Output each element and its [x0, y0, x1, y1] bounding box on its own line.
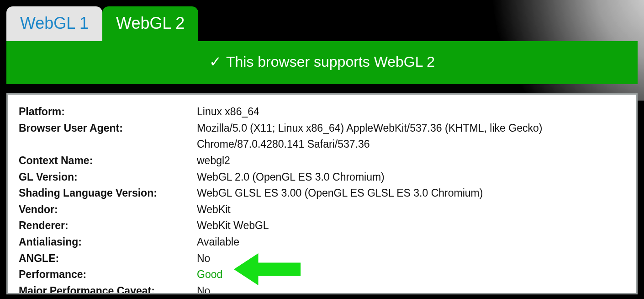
page-container: WebGL 1 WebGL 2 ✓This browser supports W…	[0, 0, 644, 294]
value-platform: Linux x86_64	[197, 104, 625, 120]
label-context-name: Context Name:	[19, 153, 197, 169]
value-vendor: WebKit	[197, 202, 625, 218]
value-gl-version: WebGL 2.0 (OpenGL ES 3.0 Chromium)	[197, 169, 625, 186]
row-context-name: Context Name: webgl2	[19, 153, 625, 169]
support-banner: ✓This browser supports WebGL 2	[6, 41, 638, 84]
label-user-agent: Browser User Agent:	[19, 120, 197, 137]
label-angle: ANGLE:	[19, 251, 197, 267]
row-user-agent: Browser User Agent: Mozilla/5.0 (X11; Li…	[19, 120, 625, 153]
info-panel: Platform: Linux x86_64 Browser User Agen…	[6, 93, 638, 294]
label-performance: Performance:	[19, 267, 197, 283]
label-gl-version: GL Version:	[19, 169, 197, 186]
check-icon: ✓	[209, 53, 222, 70]
row-performance: Performance: Good	[19, 267, 625, 283]
row-gl-version: GL Version: WebGL 2.0 (OpenGL ES 3.0 Chr…	[19, 169, 625, 186]
label-platform: Platform:	[19, 104, 197, 120]
value-antialiasing: Available	[197, 234, 625, 251]
row-vendor: Vendor: WebKit	[19, 202, 625, 218]
row-platform: Platform: Linux x86_64	[19, 104, 625, 120]
value-renderer: WebKit WebGL	[197, 218, 625, 234]
tab-webgl2[interactable]: WebGL 2	[102, 6, 198, 41]
value-user-agent: Mozilla/5.0 (X11; Linux x86_64) AppleWeb…	[197, 120, 625, 153]
row-angle: ANGLE: No	[19, 251, 625, 267]
row-antialiasing: Antialiasing: Available	[19, 234, 625, 251]
value-context-name: webgl2	[197, 153, 625, 169]
label-performance-caveat: Major Performance Caveat:	[19, 283, 197, 294]
banner-text: This browser supports WebGL 2	[226, 53, 435, 70]
label-renderer: Renderer:	[19, 218, 197, 234]
row-shading-language: Shading Language Version: WebGL GLSL ES …	[19, 185, 625, 202]
label-vendor: Vendor:	[19, 202, 197, 218]
value-angle: No	[197, 251, 625, 267]
label-shading-language: Shading Language Version:	[19, 185, 197, 202]
row-renderer: Renderer: WebKit WebGL	[19, 218, 625, 234]
value-shading-language: WebGL GLSL ES 3.00 (OpenGL ES GLSL ES 3.…	[197, 185, 625, 202]
value-performance-caveat: No	[197, 283, 625, 294]
tab-webgl1[interactable]: WebGL 1	[6, 6, 102, 41]
label-antialiasing: Antialiasing:	[19, 234, 197, 251]
value-performance: Good	[197, 267, 625, 283]
row-performance-caveat: Major Performance Caveat: No	[19, 283, 625, 294]
tab-bar: WebGL 1 WebGL 2	[6, 0, 638, 41]
